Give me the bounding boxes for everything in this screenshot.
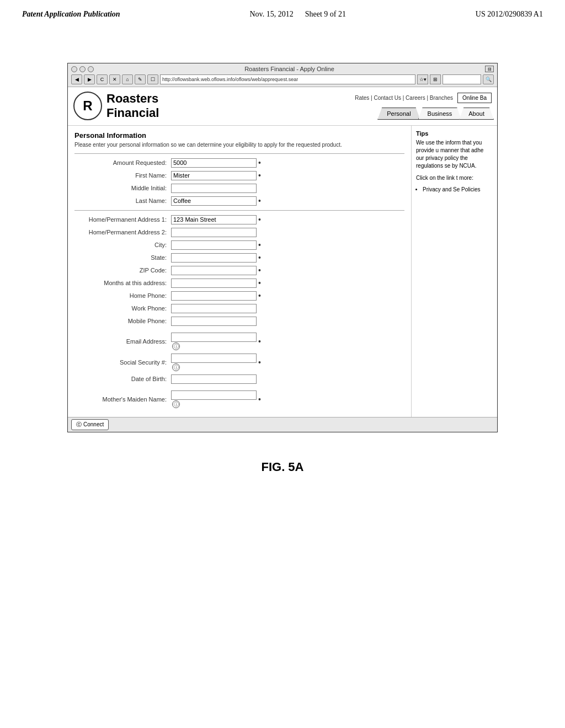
browser-bottom: ⓒ Connect — [68, 417, 497, 432]
label-email: Email Address: — [74, 338, 171, 345]
required-dot: • — [258, 253, 261, 262]
input-middleinitial[interactable] — [171, 184, 257, 193]
patent-right: US 2012/0290839 A1 — [476, 10, 543, 19]
divider — [74, 153, 404, 154]
tab-personal[interactable]: Personal — [377, 108, 420, 120]
tips-bullet-item: Privacy and Se Policies — [423, 186, 493, 192]
patent-header: Patent Application Publication Nov. 15, … — [0, 0, 565, 24]
label-middleinitial: Middle Initial: — [74, 185, 171, 191]
page-icon: ☐ — [147, 74, 158, 84]
browser-dot-2[interactable] — [79, 66, 86, 72]
divider — [74, 210, 404, 211]
section-title: Personal Information — [74, 131, 404, 140]
browser-dot-3[interactable] — [88, 66, 94, 72]
tab-about[interactable]: About — [459, 108, 494, 120]
forward-btn[interactable]: ▶ — [84, 74, 95, 84]
search-bar[interactable] — [443, 74, 481, 84]
edit-btn[interactable]: ✎ — [135, 74, 146, 84]
form-row: ZIP Code: • — [74, 266, 404, 275]
tab-business[interactable]: Business — [418, 108, 462, 120]
label-dob: Date of Birth: — [74, 376, 171, 382]
back-btn[interactable]: ◀ — [71, 74, 82, 84]
form-row: Email Address: ⓘ • — [74, 333, 404, 350]
connect-button[interactable]: ⓒ Connect — [71, 419, 109, 430]
input-city[interactable] — [171, 240, 257, 250]
info-icon-email[interactable]: ⓘ — [172, 342, 180, 350]
tips-text1: We use the inform that you provide u man… — [416, 139, 493, 170]
input-address2[interactable] — [171, 228, 257, 237]
input-homephone[interactable] — [171, 291, 257, 301]
logo-text: Roasters Financial — [106, 92, 159, 121]
form-row: Home/Permanent Address 2: — [74, 228, 404, 237]
label-workphone: Work Phone: — [74, 305, 171, 312]
form-row: Mobile Phone: — [74, 317, 404, 326]
bookmark-btn[interactable]: ☆▾ — [417, 74, 428, 84]
refresh-btn[interactable]: C — [97, 74, 108, 84]
label-firstname: First Name: — [74, 172, 171, 179]
browser-window: Roasters Financial - Apply Online ⊟ ◀ ▶ … — [67, 63, 498, 432]
label-maiden: Mother's Maiden Name: — [74, 396, 171, 403]
form-row: City: • — [74, 240, 404, 250]
input-lastname[interactable] — [171, 196, 257, 206]
browser-titlebar: Roasters Financial - Apply Online ⊟ — [71, 66, 494, 72]
required-dot: • — [258, 395, 261, 404]
tips-text2: Click on the link t more: — [416, 174, 493, 182]
input-firstname[interactable] — [171, 171, 257, 180]
input-amount[interactable] — [171, 158, 257, 168]
label-months: Months at this address: — [74, 280, 171, 286]
label-address1: Home/Permanent Address 1: — [74, 216, 171, 223]
stop-btn[interactable]: ✕ — [109, 74, 120, 84]
label-mobilephone: Mobile Phone: — [74, 318, 171, 324]
online-banking-btn[interactable]: Online Ba — [457, 93, 492, 103]
tips-bullets: Privacy and Se Policies — [423, 186, 493, 192]
info-icon-ssn[interactable]: ⓘ — [172, 363, 180, 371]
label-address2: Home/Permanent Address 2: — [74, 229, 171, 235]
required-dot: • — [258, 158, 261, 167]
input-address1[interactable] — [171, 215, 257, 224]
logo-circle: R — [73, 92, 102, 120]
input-months[interactable] — [171, 279, 257, 288]
form-row: Work Phone: — [74, 304, 404, 313]
info-icon-maiden[interactable]: ⓘ — [172, 400, 180, 408]
input-email[interactable] — [171, 333, 257, 342]
form-row: Mother's Maiden Name: ⓘ • — [74, 390, 404, 408]
required-dot: • — [258, 337, 261, 346]
input-maiden[interactable] — [171, 390, 257, 400]
form-row: Months at this address: • — [74, 279, 404, 288]
search-go-btn[interactable]: 🔍 — [483, 74, 494, 84]
address-bar[interactable]: http://oflowsbank.web.oflows.info/oflows… — [160, 74, 415, 84]
required-dot: • — [258, 171, 261, 180]
required-dot: • — [258, 279, 261, 287]
browser-minimize-btn[interactable]: ⊟ — [485, 66, 494, 72]
input-state[interactable] — [171, 253, 257, 263]
form-row: Middle Initial: — [74, 184, 404, 193]
tab-btn[interactable]: ⊞ — [430, 74, 441, 84]
browser-chrome: Roasters Financial - Apply Online ⊟ ◀ ▶ … — [68, 63, 497, 87]
required-dot: • — [258, 358, 261, 367]
patent-center: Nov. 15, 2012 Sheet 9 of 21 — [250, 10, 346, 19]
form-row: Date of Birth: — [74, 374, 404, 384]
form-row: Home/Permanent Address 1: • — [74, 215, 404, 224]
site-header: R Roasters Financial Rates | Contact Us … — [68, 87, 497, 126]
main-content: Roasters Financial - Apply Online ⊟ ◀ ▶ … — [0, 46, 565, 443]
section-subtitle: Please enter your personal information s… — [74, 142, 404, 148]
form-row: First Name: • — [74, 171, 404, 180]
top-links: Rates | Contact Us | Careers | Branches — [355, 95, 453, 101]
browser-title: Roasters Financial - Apply Online — [94, 66, 485, 72]
label-homephone: Home Phone: — [74, 292, 171, 299]
input-ssn[interactable] — [171, 354, 257, 363]
input-mobilephone[interactable] — [171, 317, 257, 326]
home-btn[interactable]: ⌂ — [122, 74, 133, 84]
required-dot: • — [258, 215, 261, 224]
required-dot: • — [258, 291, 261, 300]
input-workphone[interactable] — [171, 304, 257, 313]
form-row: Home Phone: • — [74, 291, 404, 301]
label-amount: Amount Requested: — [74, 159, 171, 166]
tips-area: Tips We use the inform that you provide … — [412, 126, 497, 417]
browser-dot-1[interactable] — [71, 66, 77, 72]
form-row: State: • — [74, 253, 404, 263]
input-dob[interactable] — [171, 374, 257, 384]
logo-area: R Roasters Financial — [73, 92, 159, 121]
input-zip[interactable] — [171, 266, 257, 275]
patent-left: Patent Application Publication — [22, 10, 120, 19]
